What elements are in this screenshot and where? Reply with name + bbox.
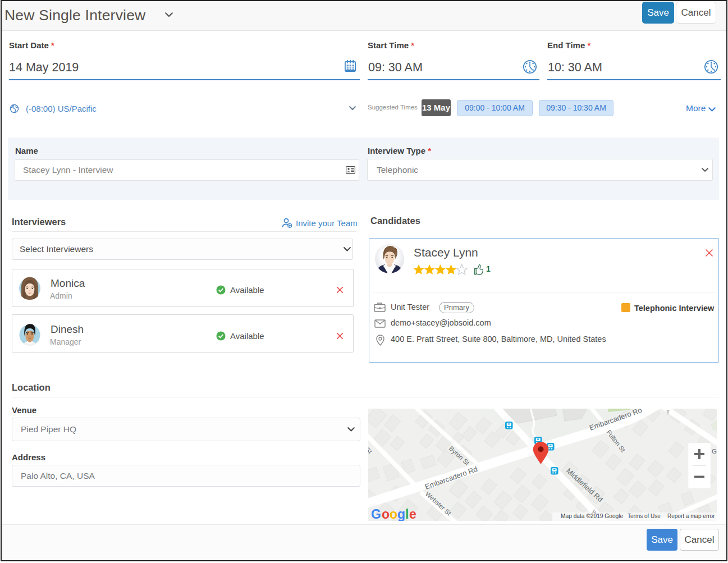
svg-text:o: o <box>382 507 390 521</box>
svg-text:e: e <box>409 507 416 521</box>
svg-text:Report a map error: Report a map error <box>667 513 715 519</box>
svg-text:G: G <box>371 507 381 521</box>
svg-text:Map data ©2019 Google: Map data ©2019 Google <box>561 513 623 519</box>
svg-text:Terms of Use: Terms of Use <box>628 513 661 519</box>
svg-text:l: l <box>405 507 409 521</box>
svg-text:G: G <box>712 448 717 455</box>
svg-text:g: g <box>397 507 405 521</box>
svg-text:o: o <box>390 507 397 521</box>
